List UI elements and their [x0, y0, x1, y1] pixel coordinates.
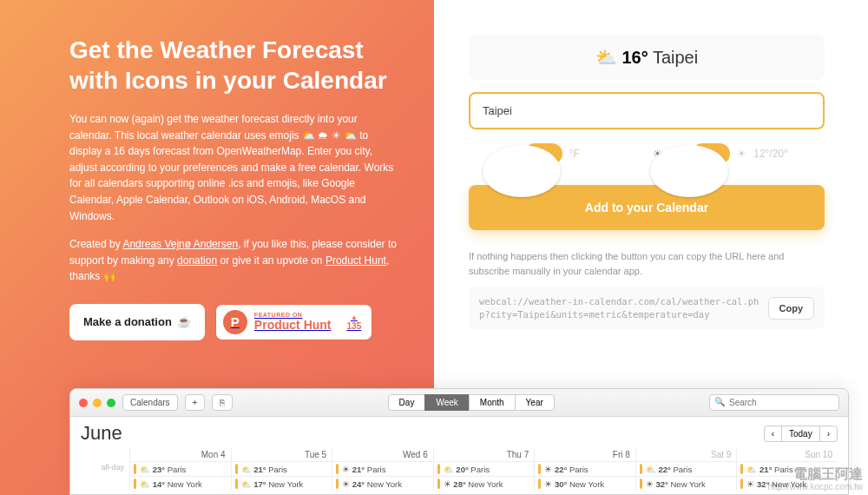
calendar-cell[interactable]: ☀ 22° Paris [534, 461, 635, 476]
current-city: Taipei [653, 48, 698, 67]
calendar-cell[interactable]: ☀ 28° New York [433, 476, 535, 491]
today-button[interactable]: Today [781, 426, 820, 442]
author-link[interactable]: Andreas Vejnø Andersen [122, 238, 238, 250]
event-bar [740, 464, 743, 474]
city-input[interactable] [469, 92, 825, 129]
event-bar [235, 478, 238, 489]
next-button[interactable]: › [819, 426, 838, 442]
fahrenheit-label: °F [569, 148, 580, 160]
minimize-icon[interactable] [93, 399, 102, 407]
calendar-event[interactable]: ☀ 32° New York [640, 478, 733, 489]
month-label: June [81, 422, 122, 445]
calendar-cell[interactable]: ⛅ 23° Paris [129, 461, 231, 476]
view-year[interactable]: Year [515, 394, 555, 411]
calendar-cell[interactable]: ☀ 24° New York [332, 476, 433, 491]
calendar-event[interactable]: ☀ 22° Paris [538, 464, 632, 474]
search-icon: 🔍 [714, 397, 725, 406]
inbox-button[interactable]: ⎘ [212, 394, 233, 411]
allday-label [81, 476, 129, 491]
url-box: webcal://weather-in-calendar.com/cal/wea… [469, 287, 825, 329]
calendar-window: Calendars + ⎘ DayWeekMonthYear 🔍 June ‹ … [69, 388, 849, 495]
units-toggle[interactable] [524, 143, 562, 164]
weather-emojis: ⛅ 🌧 ☀ ⛅ [302, 129, 357, 142]
add-button[interactable]: + [185, 394, 206, 411]
zoom-icon[interactable] [107, 399, 115, 407]
calendar-cell[interactable]: ⛅ 14° New York [129, 476, 231, 491]
display-toggle-group: ☀ 20° ☀ 12°/20° [653, 143, 788, 164]
webcal-url[interactable]: webcal://weather-in-calendar.com/cal/wea… [479, 295, 760, 320]
calendar-cell[interactable]: ⛅ 17° New York [231, 476, 332, 491]
view-day[interactable]: Day [388, 394, 426, 411]
calendar-event[interactable]: ⛅ 17° New York [235, 478, 329, 489]
day-header: Mon 4 [129, 448, 231, 461]
day-header: Fri 8 [534, 448, 635, 461]
page-title: Get the Weather Forecast with Icons in y… [69, 35, 399, 96]
nav-buttons: ‹ Today › [764, 426, 838, 442]
calendar-event[interactable]: ☀ 28° New York [437, 478, 531, 489]
calendar-event[interactable]: ⛅ 22° Paris [640, 464, 733, 474]
event-bar [538, 464, 541, 474]
product-hunt-link[interactable]: Product Hunt [326, 254, 386, 267]
calendar-cell[interactable]: ☀ 32° New York [736, 476, 838, 491]
day-header: Tue 5 [231, 448, 332, 461]
event-bar [538, 478, 541, 489]
calendar-event[interactable]: ☀ 24° New York [336, 478, 430, 489]
day-header: Wed 6 [332, 448, 433, 461]
close-icon[interactable] [79, 399, 88, 407]
window-controls[interactable] [79, 399, 115, 407]
calendar-cell[interactable]: ⛅ 21° Paris [736, 461, 838, 476]
sun-dim-icon: ☀ [737, 148, 746, 160]
range-temp-label: 12°/20° [753, 148, 788, 160]
calendar-event[interactable]: ☀ 30° New York [538, 478, 632, 489]
intro-paragraph: You can now (again) get the weather fore… [69, 111, 399, 224]
event-bar [437, 478, 440, 489]
event-bar [640, 478, 642, 489]
day-header: Thu 7 [433, 448, 535, 461]
calendar-toolbar: Calendars + ⎘ DayWeekMonthYear 🔍 [70, 389, 848, 417]
calendar-event[interactable]: ⛅ 23° Paris [134, 464, 227, 474]
prev-button[interactable]: ‹ [764, 426, 782, 442]
allday-label: all-day [81, 461, 129, 476]
calendar-cell[interactable]: ☀ 30° New York [534, 476, 635, 491]
event-bar [134, 478, 136, 489]
current-weather: ⛅ 16° Taipei [469, 35, 825, 80]
event-bar [437, 464, 440, 474]
donate-button[interactable]: Make a donation ☕ [69, 304, 205, 340]
calendar-cell[interactable]: ⛅ 21° Paris [231, 461, 332, 476]
calendar-event[interactable]: ☀ 32° New York [740, 478, 834, 489]
cloud-icon: ⛅ [595, 48, 617, 67]
upvote-count: ▲ 135 [347, 314, 362, 331]
event-bar [740, 478, 743, 489]
view-month[interactable]: Month [469, 394, 516, 411]
calendar-event[interactable]: ⛅ 14° New York [134, 478, 227, 489]
view-week[interactable]: Week [424, 394, 469, 411]
donation-link[interactable]: donation [177, 254, 217, 267]
event-bar [336, 464, 339, 474]
current-temp: 16° [621, 48, 648, 67]
copy-button[interactable]: Copy [768, 297, 815, 320]
triangle-up-icon: ▲ [351, 314, 358, 321]
product-hunt-badge[interactable]: P FEATURED ON Product Hunt ▲ 135 [215, 304, 372, 340]
calendar-cell[interactable]: ☀ 32° New York [635, 476, 737, 491]
event-bar [640, 464, 642, 474]
day-header: Sun 10 [736, 448, 838, 461]
day-header: Sat 9 [635, 448, 737, 461]
coffee-icon: ☕ [177, 315, 191, 328]
event-bar [336, 478, 339, 489]
product-hunt-logo-icon: P [223, 310, 247, 334]
credits-paragraph: Created by Andreas Vejnø Andersen, if yo… [69, 236, 399, 285]
calendar-event[interactable]: ⛅ 21° Paris [740, 464, 834, 474]
display-toggle[interactable] [692, 143, 730, 164]
units-toggle-group: °C °F [505, 143, 580, 164]
calendar-cell[interactable]: ⛅ 20° Paris [433, 461, 535, 476]
search-input[interactable] [709, 394, 839, 411]
calendar-event[interactable]: ⛅ 21° Paris [235, 464, 329, 474]
calendar-event[interactable]: ⛅ 20° Paris [437, 464, 531, 474]
calendar-cell[interactable]: ⛅ 22° Paris [635, 461, 737, 476]
help-text: If nothing happens then clicking the but… [469, 249, 825, 278]
event-bar [235, 464, 238, 474]
calendar-event[interactable]: ☀ 21° Paris [336, 464, 430, 474]
event-bar [134, 464, 136, 474]
calendars-button[interactable]: Calendars [122, 394, 178, 411]
calendar-cell[interactable]: ☀ 21° Paris [332, 461, 433, 476]
